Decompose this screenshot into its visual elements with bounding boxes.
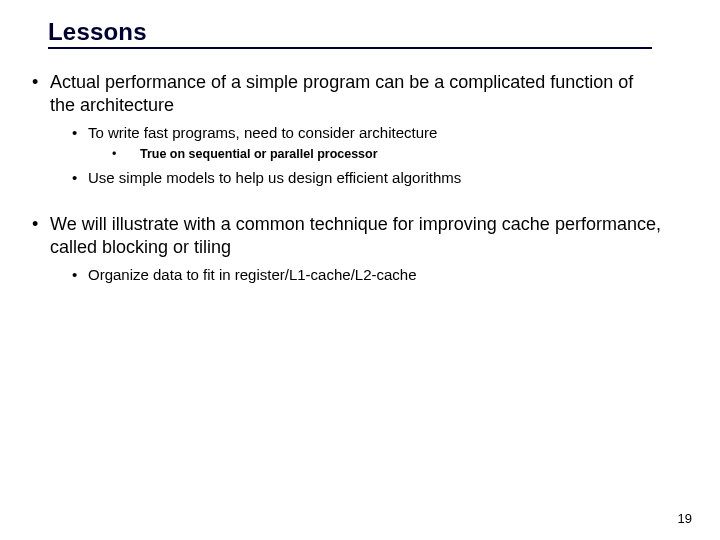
bullet-text: Use simple models to help us design effi… [88, 168, 692, 188]
bullet-text: To write fast programs, need to consider… [88, 123, 692, 143]
bullet-text: Actual performance of a simple program c… [50, 71, 692, 117]
bullet-level1: • Actual performance of a simple program… [32, 71, 692, 187]
slide: Lessons • Actual performance of a simple… [0, 0, 720, 540]
bullet-level2: • Organize data to fit in register/L1-ca… [72, 265, 692, 285]
bullet-text: True on sequential or parallel processor [140, 146, 692, 162]
bullet-dot-icon: • [112, 146, 140, 162]
slide-title: Lessons [48, 18, 652, 46]
bullet-level1: • We will illustrate with a common techn… [32, 213, 692, 285]
bullet-text: We will illustrate with a common techniq… [50, 213, 692, 259]
bullet-level3: • True on sequential or parallel process… [112, 146, 692, 162]
bullet-text: Organize data to fit in register/L1-cach… [88, 265, 692, 285]
bullet-dot-icon: • [32, 71, 50, 117]
bullet-dot-icon: • [72, 265, 88, 285]
bullet-dot-icon: • [32, 213, 50, 259]
bullet-level2: • To write fast programs, need to consid… [72, 123, 692, 162]
title-underline: Lessons [48, 18, 652, 49]
bullet-dot-icon: • [72, 168, 88, 188]
slide-content: • Actual performance of a simple program… [28, 71, 692, 285]
bullet-dot-icon: • [72, 123, 88, 143]
page-number: 19 [678, 511, 692, 526]
bullet-level2: • Use simple models to help us design ef… [72, 168, 692, 188]
